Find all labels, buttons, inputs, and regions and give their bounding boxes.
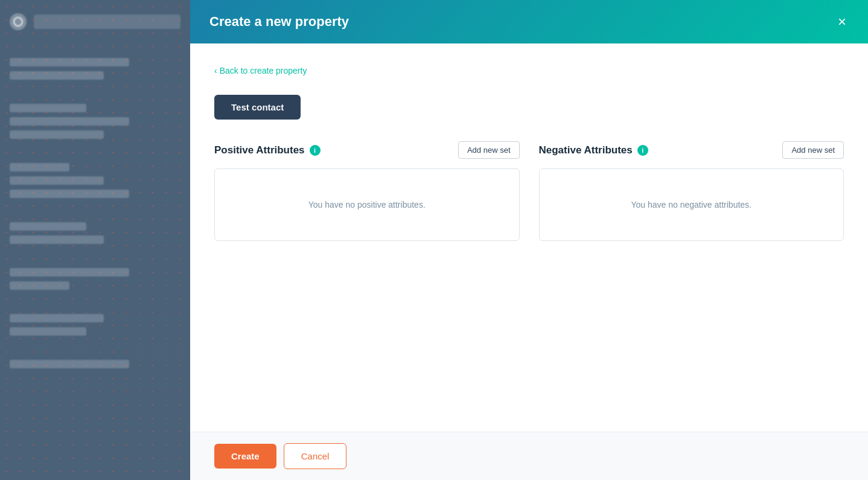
back-to-create-property-link[interactable]: ‹ Back to create property bbox=[214, 66, 307, 75]
back-chevron-icon: ‹ bbox=[214, 66, 217, 75]
negative-title-group: Negative Attributes i bbox=[539, 144, 648, 156]
negative-attributes-empty-text: You have no negative attributes. bbox=[631, 200, 752, 210]
create-button[interactable]: Create bbox=[214, 444, 276, 469]
cancel-button[interactable]: Cancel bbox=[284, 443, 347, 469]
negative-attributes-info-icon[interactable]: i bbox=[637, 145, 648, 156]
positive-attributes-header: Positive Attributes i Add new set bbox=[214, 141, 520, 159]
create-property-modal: Create a new property × ‹ Back to create… bbox=[190, 0, 868, 480]
positive-attributes-info-icon[interactable]: i bbox=[310, 145, 321, 156]
sidebar-item bbox=[10, 71, 104, 80]
sidebar-item bbox=[10, 268, 129, 277]
test-contact-button[interactable]: Test contact bbox=[214, 95, 301, 120]
modal-close-button[interactable]: × bbox=[835, 12, 849, 31]
modal-body: ‹ Back to create property Test contact P… bbox=[190, 43, 868, 432]
sidebar-item bbox=[10, 327, 86, 336]
positive-attributes-empty-box: You have no positive attributes. bbox=[214, 168, 520, 241]
back-link-label: Back to create property bbox=[220, 66, 307, 75]
sidebar-item bbox=[10, 58, 129, 66]
modal-footer: Create Cancel bbox=[190, 432, 868, 480]
negative-add-new-set-button[interactable]: Add new set bbox=[782, 141, 844, 159]
sidebar-item bbox=[10, 235, 104, 244]
sidebar-item bbox=[10, 130, 104, 139]
sidebar-panel bbox=[0, 0, 190, 480]
sidebar-item bbox=[10, 222, 86, 231]
negative-attributes-panel: Negative Attributes i Add new set You ha… bbox=[539, 141, 844, 241]
sidebar-item bbox=[10, 163, 69, 171]
sidebar-item bbox=[10, 281, 69, 290]
positive-attributes-title: Positive Attributes bbox=[214, 144, 305, 156]
sidebar-item bbox=[10, 176, 104, 185]
positive-add-new-set-button[interactable]: Add new set bbox=[458, 141, 520, 159]
sidebar-item bbox=[10, 104, 86, 112]
sidebar-item bbox=[10, 314, 104, 322]
modal-title: Create a new property bbox=[209, 14, 349, 30]
modal-header: Create a new property × bbox=[190, 0, 868, 43]
hubspot-logo bbox=[10, 13, 27, 30]
sidebar-item bbox=[10, 117, 129, 126]
sidebar-item bbox=[10, 190, 129, 198]
positive-attributes-empty-text: You have no positive attributes. bbox=[308, 200, 426, 210]
negative-attributes-header: Negative Attributes i Add new set bbox=[539, 141, 844, 159]
negative-attributes-empty-box: You have no negative attributes. bbox=[539, 168, 844, 241]
negative-attributes-title: Negative Attributes bbox=[539, 144, 633, 156]
attributes-row: Positive Attributes i Add new set You ha… bbox=[214, 141, 844, 241]
sidebar-item bbox=[10, 360, 129, 368]
positive-attributes-panel: Positive Attributes i Add new set You ha… bbox=[214, 141, 520, 241]
positive-title-group: Positive Attributes i bbox=[214, 144, 321, 156]
